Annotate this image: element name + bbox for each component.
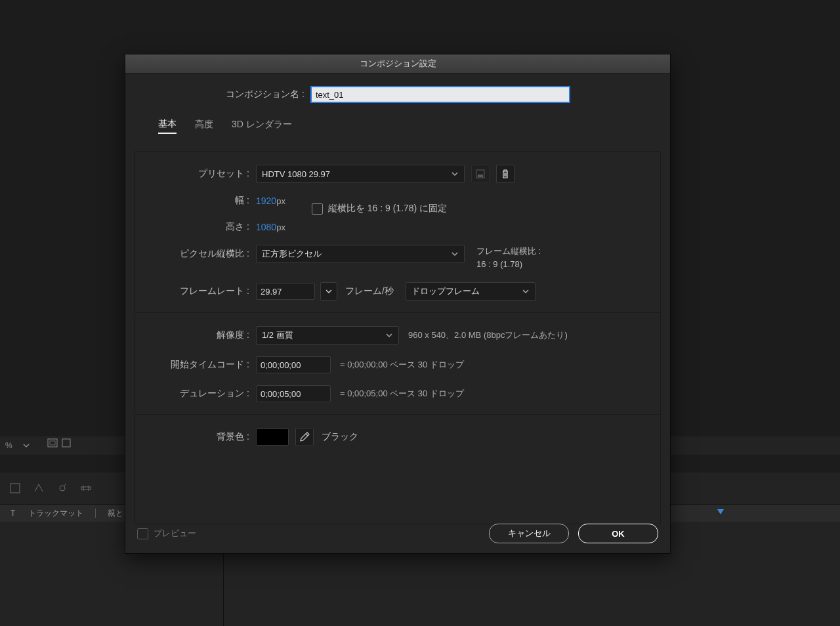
- dialog-footer: プレビュー キャンセル OK: [137, 524, 658, 543]
- trash-icon: [501, 169, 510, 178]
- svg-point-4: [60, 486, 65, 491]
- fps-dropdown-button[interactable]: [320, 282, 337, 301]
- start-tc-info: = 0;00;00;00 ベース 30 ドロップ: [340, 359, 464, 371]
- cancel-button[interactable]: キャンセル: [489, 524, 569, 543]
- delete-preset-button[interactable]: [496, 165, 514, 183]
- save-preset-icon: [476, 169, 485, 178]
- comp-name-input[interactable]: [311, 87, 570, 102]
- bgcolor-name: ブラック: [322, 431, 358, 443]
- height-label: 高さ :: [144, 221, 256, 233]
- column-separator: [95, 509, 96, 518]
- duration-input[interactable]: 0;00;05;00: [256, 385, 331, 402]
- width-value[interactable]: 1920: [256, 196, 276, 206]
- eyedropper-button[interactable]: [295, 428, 314, 446]
- dropframe-select[interactable]: ドロップフレーム: [406, 282, 536, 301]
- region-icon[interactable]: [47, 438, 58, 448]
- chevron-down-icon: [326, 288, 332, 295]
- dropframe-value: ドロップフレーム: [411, 285, 480, 297]
- width-unit: px: [276, 196, 285, 206]
- resolution-select[interactable]: 1/2 画質: [256, 326, 399, 344]
- grid-icon[interactable]: [62, 438, 71, 448]
- par-label: ピクセル縦横比 :: [144, 248, 256, 260]
- chevron-down-icon: [451, 170, 459, 178]
- composition-settings-dialog: コンポジション設定 コンポジション名 : 基本 高度 3D レンダラー プリセッ…: [125, 54, 671, 554]
- comp-name-label: コンポジション名 :: [226, 89, 304, 100]
- tool-icon-4[interactable]: [80, 482, 92, 494]
- section-divider: [135, 414, 660, 415]
- chevron-down-icon[interactable]: [18, 442, 35, 449]
- preview-label: プレビュー: [154, 528, 196, 539]
- zoom-readout-partial: %: [0, 441, 18, 450]
- header-trackmatte[interactable]: トラックマット: [22, 508, 90, 519]
- svg-rect-3: [10, 484, 20, 493]
- fps-label: フレームレート :: [144, 285, 256, 297]
- settings-tabs: 基本 高度 3D レンダラー: [158, 118, 652, 134]
- duration-label: デュレーション :: [144, 388, 256, 400]
- lock-aspect-checkbox[interactable]: [312, 203, 323, 215]
- eyedropper-icon: [299, 432, 310, 442]
- width-label: 幅 :: [144, 195, 256, 207]
- svg-rect-7: [478, 175, 483, 177]
- svg-rect-0: [48, 439, 57, 447]
- preset-label: プリセット :: [144, 168, 256, 180]
- save-preset-button: [471, 165, 490, 183]
- header-trackmatte-prefix: T: [4, 509, 22, 518]
- start-tc-input[interactable]: 0;00;00;00: [256, 356, 331, 373]
- tool-icon-3[interactable]: [56, 482, 68, 494]
- section-divider: [135, 312, 660, 313]
- chevron-down-icon: [451, 250, 459, 258]
- fps-input[interactable]: 29.97: [256, 283, 315, 300]
- layer-indicator-icons: 0:00:0: [47, 438, 71, 448]
- duration-info: = 0;00;05;00 ベース 30 ドロップ: [340, 388, 464, 400]
- svg-rect-2: [62, 439, 70, 447]
- tab-3d-renderer[interactable]: 3D レンダラー: [232, 119, 292, 133]
- ok-button[interactable]: OK: [578, 524, 658, 543]
- svg-rect-5: [81, 487, 91, 490]
- svg-rect-1: [50, 441, 55, 445]
- start-tc-label: 開始タイムコード :: [144, 359, 256, 371]
- preset-value: HDTV 1080 29.97: [262, 169, 330, 179]
- resolution-value: 1/2 画質: [262, 329, 293, 341]
- fps-unit-label: フレーム/秒: [345, 285, 394, 297]
- frame-aspect-value: 16 : 9 (1.78): [476, 258, 541, 271]
- dialog-titlebar[interactable]: コンポジション設定: [125, 54, 670, 73]
- basic-settings-panel: プリセット : HDTV 1080 29.97 幅 : 1920: [135, 151, 661, 524]
- height-value[interactable]: 1080: [256, 222, 276, 232]
- preview-checkbox[interactable]: [137, 528, 148, 539]
- tool-icon-2[interactable]: [33, 482, 45, 494]
- timeline-playhead-mark[interactable]: [716, 508, 725, 517]
- height-unit: px: [276, 222, 285, 232]
- frame-aspect-label: フレーム縦横比 :: [476, 245, 541, 258]
- bgcolor-swatch[interactable]: [256, 428, 289, 446]
- tab-basic[interactable]: 基本: [158, 118, 177, 134]
- bgcolor-label: 背景色 :: [144, 431, 256, 443]
- lock-aspect-label: 縦横比を 16 : 9 (1.78) に固定: [328, 203, 447, 215]
- par-value: 正方形ピクセル: [262, 248, 322, 260]
- resolution-label: 解像度 :: [144, 329, 256, 341]
- par-select[interactable]: 正方形ピクセル: [256, 245, 465, 263]
- chevron-down-icon: [522, 287, 530, 295]
- preset-select[interactable]: HDTV 1080 29.97: [256, 165, 465, 183]
- chevron-down-icon: [385, 331, 393, 339]
- resolution-info: 960 x 540、2.0 MB (8bpcフレームあたり): [408, 329, 568, 341]
- tab-advanced[interactable]: 高度: [195, 119, 213, 133]
- tool-icon-1[interactable]: [9, 482, 21, 494]
